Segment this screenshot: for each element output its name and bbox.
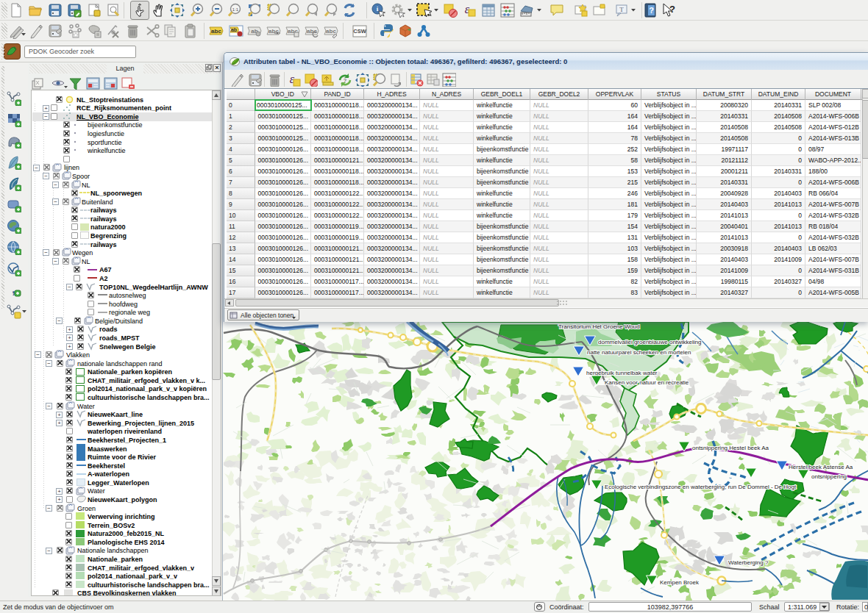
svg-text:Ecologische verbindingszone en: Ecologische verbindingszone en waterberg… [605,484,797,490]
svg-text:?: ? [649,6,654,15]
svg-text:Waterberging ?: Waterberging ? [728,559,769,566]
svg-text:?: ? [344,78,346,83]
svg-text:abc: abc [326,28,336,35]
svg-text:dommelvallei groenblauwe ontwi: dommelvallei groenblauwe ontwikkeling [598,339,702,345]
svg-text:CSW: CSW [353,28,366,35]
svg-text:?: ? [669,4,675,15]
svg-text:abc: abc [211,28,221,35]
svg-text:natte natuurparel scheeken en: natte natuurparel scheeken en mortelen [587,349,691,356]
svg-text:Transitorium Het Groene Woud: Transitorium Het Groene Woud [558,323,640,330]
svg-text:Kempen Broek: Kempen Broek [660,579,700,586]
svg-text:T: T [619,6,624,13]
svg-text:1:1: 1:1 [232,7,239,12]
svg-text:ontsnippering: ontsnippering [811,473,847,480]
svg-text:ontsnippering Hestel beek Aa: ontsnippering Hestel beek Aa [692,445,769,451]
svg-text:abc: abc [307,28,317,35]
svg-text:Kansen voor natuur en recreati: Kansen voor natuur en recreatie [605,379,689,386]
svg-text:ab: ab [231,27,237,32]
